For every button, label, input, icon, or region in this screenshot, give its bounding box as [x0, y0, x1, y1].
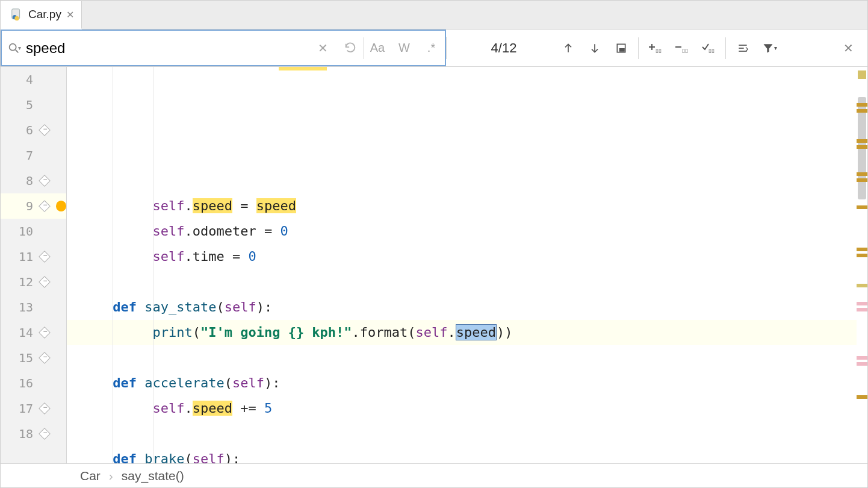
code-line[interactable]	[67, 345, 857, 371]
whole-word-toggle[interactable]: W	[391, 41, 418, 55]
code-line[interactable]: self.speed = speed	[67, 193, 857, 219]
fold-row	[37, 193, 66, 219]
breadcrumb-method[interactable]: say_state()	[122, 469, 184, 483]
error-stripe-mark[interactable]	[857, 362, 867, 366]
code-line[interactable]: self.speed += 5	[67, 396, 857, 421]
find-input-container: ▾ ✕ Aa W .*	[1, 30, 446, 66]
prev-match-button[interactable]	[555, 35, 581, 61]
search-icon[interactable]: ▾	[2, 42, 26, 55]
code-line[interactable]: def brake(self):	[67, 446, 857, 465]
fold-gutter	[37, 67, 67, 465]
fold-row	[37, 219, 66, 244]
error-stripe-mark[interactable]	[857, 139, 867, 143]
find-bar: ▾ ✕ Aa W .* 4/12 ▯▯ ▯▯ ▯▯ ▾ ✕	[1, 30, 867, 67]
fold-toggle-icon[interactable]	[39, 352, 51, 364]
history-icon[interactable]	[336, 42, 364, 55]
filter-button[interactable]: ▾	[756, 35, 783, 61]
svg-text:▯▯: ▯▯	[708, 48, 715, 54]
regex-toggle[interactable]: .*	[418, 41, 445, 55]
error-stripe-mark[interactable]	[857, 302, 867, 305]
error-stripe-mark[interactable]	[857, 205, 867, 209]
line-number: 16	[1, 371, 37, 396]
match-case-toggle[interactable]: Aa	[364, 37, 391, 59]
error-stripe-mark[interactable]	[857, 254, 867, 257]
next-match-button[interactable]	[581, 35, 608, 61]
fold-row	[37, 320, 66, 345]
fold-toggle-icon[interactable]	[39, 200, 51, 212]
divider	[638, 37, 639, 59]
line-number: 18	[1, 421, 37, 446]
fold-row	[37, 92, 66, 117]
fold-row	[37, 371, 66, 396]
python-file-icon	[10, 8, 23, 21]
select-all-button[interactable]	[608, 35, 634, 61]
fold-toggle-icon[interactable]	[39, 175, 51, 187]
add-selection-button[interactable]: ▯▯	[642, 35, 669, 61]
code-line[interactable]: self.time = 0	[67, 244, 857, 269]
select-occurrences-button[interactable]: ▯▯	[695, 35, 722, 61]
breadcrumb: Car › say_state()	[1, 463, 867, 487]
search-input[interactable]	[26, 37, 309, 59]
line-number: 12	[1, 269, 37, 295]
file-tab[interactable]: Car.py ✕	[1, 1, 82, 30]
remove-selection-button[interactable]: ▯▯	[669, 35, 695, 61]
fold-toggle-icon[interactable]	[39, 428, 51, 440]
line-number: 10	[1, 219, 37, 244]
line-number: 17	[1, 396, 37, 421]
match-count: 4/12	[453, 40, 555, 56]
fold-row	[37, 421, 66, 446]
fold-row	[37, 117, 66, 143]
tab-close-icon[interactable]: ✕	[66, 9, 74, 20]
code-line[interactable]: self.odometer = 0	[67, 219, 857, 244]
error-stripe-mark[interactable]	[857, 308, 867, 311]
error-stripe-mark[interactable]	[857, 178, 867, 182]
clear-search-icon[interactable]: ✕	[309, 41, 336, 55]
fold-row	[37, 396, 66, 421]
code-line[interactable]	[67, 421, 857, 446]
svg-point-3	[9, 43, 16, 50]
fold-row	[37, 143, 66, 168]
line-number: 4	[1, 67, 37, 92]
line-number: 13	[1, 295, 37, 320]
error-stripe-mark[interactable]	[857, 103, 867, 107]
fold-toggle-icon[interactable]	[39, 124, 51, 136]
fold-row	[37, 168, 66, 193]
fold-toggle-icon[interactable]	[39, 327, 51, 339]
line-number: 11	[1, 244, 37, 269]
svg-point-2	[14, 16, 19, 20]
error-stripe-mark[interactable]	[858, 70, 866, 79]
highlight-marker	[279, 67, 327, 70]
code-area[interactable]: self.speed = speed self.odometer = 0 sel…	[67, 67, 857, 465]
close-find-button[interactable]: ✕	[835, 35, 861, 61]
fold-row	[37, 295, 66, 320]
divider	[725, 37, 726, 59]
code-line[interactable]: print("I'm going {} kph!".format(self.sp…	[67, 320, 857, 345]
code-line[interactable]: def say_state(self):	[67, 295, 857, 320]
toggle-multiline-button[interactable]	[730, 35, 756, 61]
error-stripe-mark[interactable]	[857, 145, 867, 149]
intention-bulb-icon[interactable]	[56, 201, 66, 211]
code-line[interactable]	[67, 269, 857, 295]
fold-row	[37, 67, 66, 92]
error-stripe-mark[interactable]	[857, 109, 867, 113]
line-number: 9	[1, 193, 37, 219]
fold-toggle-icon[interactable]	[39, 251, 51, 263]
error-stripe-mark[interactable]	[857, 284, 867, 287]
code-line[interactable]: def accelerate(self):	[67, 371, 857, 396]
fold-toggle-icon[interactable]	[39, 402, 51, 414]
error-stripe-mark[interactable]	[857, 395, 867, 399]
error-stripe-mark[interactable]	[857, 172, 867, 176]
marker-strip[interactable]	[857, 67, 867, 465]
fold-toggle-icon[interactable]	[39, 276, 51, 288]
chevron-right-icon: ›	[109, 469, 113, 483]
line-number: 5	[1, 92, 37, 117]
error-stripe-mark[interactable]	[857, 248, 867, 251]
error-stripe-mark[interactable]	[857, 356, 867, 360]
line-number: 15	[1, 345, 37, 371]
fold-row	[37, 244, 66, 269]
fold-row	[37, 269, 66, 295]
breadcrumb-class[interactable]: Car	[80, 469, 101, 483]
tab-filename: Car.py	[28, 8, 61, 21]
fold-row	[37, 345, 66, 371]
find-controls: 4/12 ▯▯ ▯▯ ▯▯ ▾ ✕	[447, 30, 867, 66]
